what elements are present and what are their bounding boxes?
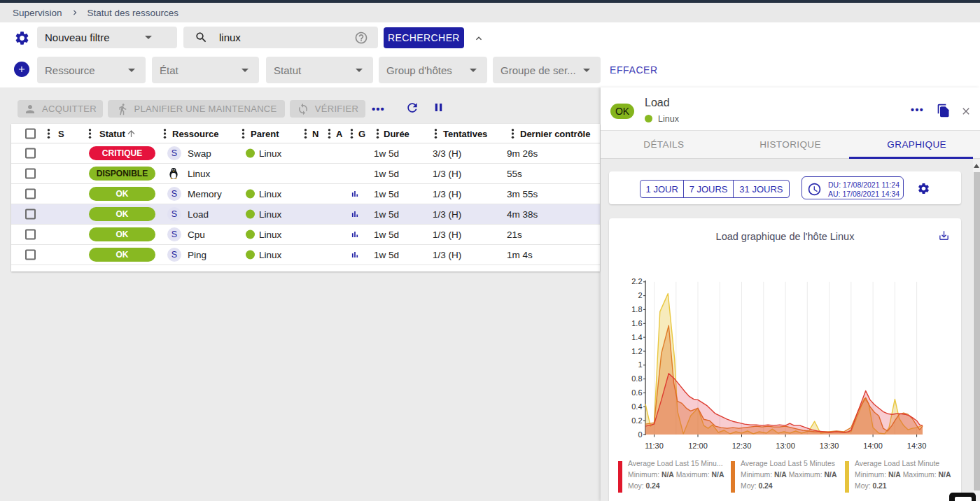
- svg-text:0.8: 0.8: [631, 374, 642, 383]
- svg-text:1: 1: [638, 360, 642, 369]
- svg-text:11:30: 11:30: [645, 442, 664, 450]
- svg-text:13:30: 13:30: [820, 442, 839, 450]
- svg-text:1.4: 1.4: [631, 333, 642, 341]
- svg-text:1.2: 1.2: [631, 347, 642, 355]
- svg-text:14:30: 14:30: [907, 442, 927, 450]
- svg-text:1.6: 1.6: [631, 319, 642, 327]
- svg-text:0.2: 0.2: [631, 416, 642, 425]
- svg-text:1.8: 1.8: [631, 305, 642, 313]
- svg-text:0: 0: [638, 430, 642, 439]
- svg-text:12:00: 12:00: [688, 442, 708, 450]
- svg-text:2.2: 2.2: [631, 277, 642, 285]
- svg-text:14:00: 14:00: [863, 442, 883, 450]
- svg-text:13:00: 13:00: [776, 442, 795, 450]
- svg-text:0.4: 0.4: [631, 402, 642, 411]
- svg-text:2: 2: [638, 291, 642, 299]
- svg-text:12:30: 12:30: [732, 442, 752, 450]
- svg-text:0.6: 0.6: [631, 388, 642, 397]
